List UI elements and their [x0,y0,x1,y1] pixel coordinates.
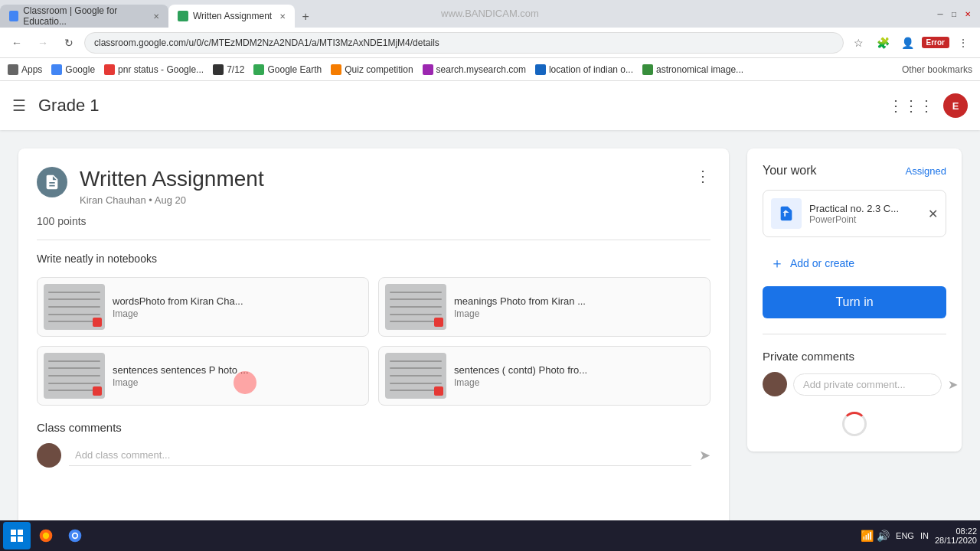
bookmark-pnr-label: pnr status - Google... [118,64,204,75]
refresh-button[interactable]: ↻ [58,32,80,54]
bookmark-712[interactable]: 7/12 [213,64,244,75]
attachment2-name: meanings Photo from Kiran ... [454,295,704,307]
attachment2-thumb [385,284,446,330]
private-comments-section: Private comments ➤ [763,334,946,436]
bookmark-pnr[interactable]: pnr status - Google... [104,64,204,75]
menu-icon[interactable]: ⋮ [952,32,974,54]
file-thumbnail [771,198,802,229]
attachment-3[interactable]: sentences sentences P hoto ... Image [37,346,369,406]
close-button[interactable]: ✕ [962,8,974,20]
astro-icon [642,64,653,75]
more-options-icon[interactable]: ⋮ [695,167,710,185]
tab1-label: Classroom | Google for Educatio... [23,5,145,27]
maximize-button[interactable]: □ [948,8,960,20]
other-bookmarks-label: Other bookmarks [902,64,972,75]
taskbar-lang: ENG [896,531,914,540]
private-comment-avatar [763,372,787,396]
submitted-file-card[interactable]: Practical no. 2.3 C... PowerPoint ✕ [763,190,946,237]
bookmark-search[interactable]: search.mysearch.com [423,64,526,75]
chrome-taskbar-icon[interactable] [61,522,89,549]
plus-icon: ＋ [770,254,784,272]
bookmark-quiz[interactable]: Quiz competition [331,64,413,75]
tab1-favicon [9,11,18,21]
712-icon [213,64,224,75]
attachments-grid: wordsPhoto from Kiran Cha... Image meani… [37,277,710,406]
file-info: Practical no. 2.3 C... PowerPoint [809,203,920,225]
add-or-create-button[interactable]: ＋ Add or create [763,246,946,280]
bookmark-astro[interactable]: astronomical image... [642,64,743,75]
spinner-icon [842,412,867,436]
assigned-badge: Assigned [906,165,946,177]
apps-icon [8,64,18,75]
class-comments-section: Class comments ➤ [37,421,710,468]
attachment-4[interactable]: sentences ( contd) Photo fro... Image [378,346,710,406]
remove-file-button[interactable]: ✕ [928,207,938,221]
bookmark-search-label: search.mysearch.com [436,64,526,75]
taskbar-right: 📶 🔊 ENG IN 08:22 28/11/2020 [861,527,977,545]
assignment-icon [37,167,67,197]
class-comments-title: Class comments [37,421,710,434]
bookmarks-bar: Apps Google pnr status - Google... 7/12 … [0,58,980,81]
class-comment-input[interactable] [69,445,691,466]
svg-rect-2 [11,536,16,542]
bookmark-google[interactable]: Google [51,64,95,75]
file-type: PowerPoint [809,214,920,225]
time-display: 08:22 [935,527,977,536]
thumb-corner3-icon [93,386,102,396]
browser-chrome: Classroom | Google for Educatio... ✕ Wri… [0,0,980,28]
attachment4-name: sentences ( contd) Photo fro... [454,364,704,376]
google-icon [51,64,62,75]
start-button[interactable] [3,522,31,549]
comment-input-row: ➤ [37,443,710,468]
forward-button[interactable]: → [32,32,54,54]
account-icon[interactable]: 👤 [897,32,919,54]
thumb-corner2-icon [434,318,443,327]
tab2-close[interactable]: ✕ [279,12,286,21]
bookmark-712-label: 7/12 [227,64,244,75]
taskbar: 📶 🔊 ENG IN 08:22 28/11/2020 [0,520,980,551]
address-input[interactable] [84,32,844,54]
firefox-taskbar-icon[interactable] [32,522,60,549]
tab2-favicon [178,11,188,21]
tab-bar: Classroom | Google for Educatio... ✕ Wri… [0,0,928,28]
tab1-close[interactable]: ✕ [153,12,159,21]
turn-in-button[interactable]: Turn in [763,286,946,318]
attachment3-info: sentences sentences P hoto ... Image [113,364,362,388]
bookmark-location-label: location of indian o... [549,64,633,75]
tab-1[interactable]: Classroom | Google for Educatio... ✕ [0,5,168,28]
bookmark-gearth[interactable]: Google Earth [253,64,322,75]
attachment4-thumb [385,353,446,399]
hamburger-menu-icon[interactable]: ☰ [12,96,26,115]
attachment-1[interactable]: wordsPhoto from Kiran Cha... Image [37,277,369,337]
pnr-icon [104,64,115,75]
minimize-button[interactable]: ─ [934,8,946,20]
attachment1-name: wordsPhoto from Kiran Cha... [113,295,362,307]
tab2-label: Written Assignment [193,11,272,21]
taskbar-time: 08:22 28/11/2020 [935,527,977,545]
assignment-header: Written Assignment Kiran Chauhan • Aug 2… [37,167,710,206]
bookmark-apps-label: Apps [21,64,42,75]
back-button[interactable]: ← [6,32,28,54]
send-comment-button[interactable]: ➤ [699,447,710,464]
instruction-text: Write neatly in notebooks [37,253,710,265]
tab-2[interactable]: Written Assignment ✕ [168,5,295,28]
assignment-meta: Kiran Chauhan • Aug 20 [80,194,683,206]
attachment-2[interactable]: meanings Photo from Kiran ... Image [378,277,710,337]
extension-icon[interactable]: 🧩 [873,32,894,54]
bookmark-star-icon[interactable]: ☆ [848,32,870,54]
bookmark-location[interactable]: location of indian o... [535,64,633,75]
attachment1-type: Image [113,308,362,319]
other-bookmarks[interactable]: Other bookmarks [902,64,972,75]
profile-avatar[interactable]: E [943,93,968,118]
thumb-corner-icon [93,318,102,327]
app-header: ☰ Grade 1 ⋮⋮⋮ E [0,81,980,130]
attachment4-type: Image [454,377,704,388]
attachment3-type: Image [113,377,362,388]
private-send-button[interactable]: ➤ [948,377,958,392]
main-content: Written Assignment Kiran Chauhan • Aug 2… [0,130,980,551]
bookmark-apps[interactable]: Apps [8,64,42,75]
new-tab-button[interactable]: + [295,6,316,28]
private-comment-input[interactable] [793,373,942,396]
error-badge: Error [922,37,949,48]
google-apps-icon[interactable]: ⋮⋮⋮ [888,96,934,115]
